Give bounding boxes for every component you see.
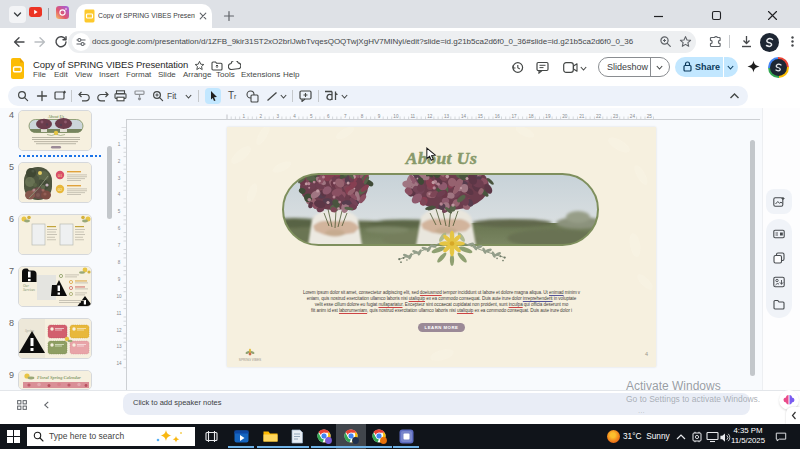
svg-text:3: 3 (118, 176, 121, 181)
svg-text:10: 10 (393, 114, 399, 119)
svg-text:21: 21 (579, 114, 585, 119)
svg-text:6: 6 (327, 114, 330, 119)
svg-text:9: 9 (118, 277, 121, 282)
svg-text:Services: Services (23, 288, 36, 292)
svg-text:2: 2 (118, 159, 121, 164)
svg-text:19: 19 (545, 114, 551, 119)
svg-text:5: 5 (118, 209, 121, 214)
svg-text:8: 8 (118, 260, 121, 265)
svg-text:23: 23 (613, 114, 619, 119)
svg-text:11: 11 (410, 114, 415, 119)
svg-text:3: 3 (276, 114, 279, 119)
svg-text:13: 13 (116, 344, 122, 349)
svg-text:13: 13 (444, 114, 450, 119)
svg-text:17: 17 (512, 114, 518, 119)
svg-text:Floral Spring Calendar: Floral Spring Calendar (37, 375, 81, 380)
svg-text:12: 12 (116, 328, 122, 333)
svg-text:About Us: About Us (47, 114, 65, 119)
svg-text:02: 02 (58, 187, 63, 192)
svg-text:8: 8 (361, 114, 364, 119)
svg-text:20: 20 (562, 114, 568, 119)
svg-text:4: 4 (118, 192, 121, 197)
svg-text:22: 22 (596, 114, 602, 119)
svg-text:11: 11 (117, 311, 122, 316)
svg-text:25: 25 (647, 114, 653, 119)
svg-text:1: 1 (118, 142, 121, 147)
svg-text:15: 15 (478, 114, 484, 119)
svg-text:14: 14 (116, 361, 122, 366)
svg-text:9: 9 (378, 114, 381, 119)
svg-text:7: 7 (344, 114, 347, 119)
svg-text:10: 10 (116, 294, 122, 299)
svg-text:01: 01 (58, 173, 63, 178)
svg-text:1: 1 (243, 114, 246, 119)
svg-text:7: 7 (118, 243, 121, 248)
svg-text:SPRING VIBES: SPRING VIBES (239, 358, 262, 362)
svg-text:18: 18 (528, 114, 534, 119)
svg-text:16: 16 (495, 114, 501, 119)
svg-text:2: 2 (260, 114, 263, 119)
svg-text:6: 6 (118, 226, 121, 231)
svg-text:5: 5 (310, 114, 313, 119)
svg-text:12: 12 (427, 114, 433, 119)
svg-text:Spring: Spring (25, 329, 34, 333)
svg-text:4: 4 (293, 114, 296, 119)
svg-text:14: 14 (461, 114, 467, 119)
svg-text:24: 24 (630, 114, 636, 119)
